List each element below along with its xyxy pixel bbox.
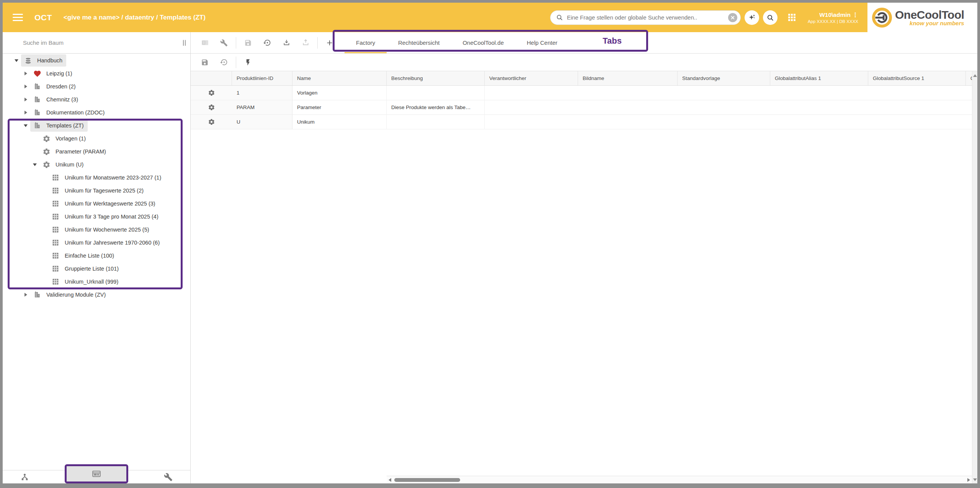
ai-assistant-button[interactable] <box>745 10 759 25</box>
download-icon <box>283 39 291 47</box>
column-header-bildname[interactable]: Bildname <box>578 71 678 85</box>
building-icon <box>33 290 42 299</box>
vertical-scrollbar[interactable] <box>972 71 977 483</box>
tree-item-unikum-monatswerte[interactable]: Unikum für Monatswerte 2023-2027 (1) <box>3 171 190 184</box>
hierarchy-view-button[interactable] <box>20 473 29 481</box>
row-settings-gear-icon[interactable] <box>208 118 215 126</box>
tree-item-handbuch[interactable]: Handbuch <box>3 54 190 67</box>
tree-item-unikum-3-tage[interactable]: Unikum für 3 Tage pro Monat 2025 (4) <box>3 210 190 223</box>
table-row[interactable]: PARAM Parameter Diese Produkte werden al… <box>191 100 977 115</box>
logo-text: OneCoolTool <box>895 8 964 21</box>
restore-grid-button[interactable] <box>214 54 234 71</box>
horizontal-scroll-thumb[interactable] <box>394 478 460 482</box>
layout-view-button[interactable] <box>65 464 128 483</box>
tree-item-unikum-jahreswerte[interactable]: Unikum für Jahreswerte 1970-2060 (6) <box>3 236 190 249</box>
chevron-right-icon[interactable] <box>21 111 30 114</box>
user-menu[interactable]: W10\admin <box>808 11 858 18</box>
chevron-right-icon[interactable] <box>21 72 30 75</box>
tree-item-unikum-urknall[interactable]: Unikum_Urknall (999) <box>3 275 190 288</box>
tree-item-dresden[interactable]: Dresden (2) <box>3 80 190 93</box>
sitemap-icon <box>20 473 29 481</box>
search-icon <box>556 14 563 21</box>
user-block: W10\admin App XXXX.XX | DB XXXX <box>808 11 858 24</box>
tree-item-leipzig[interactable]: Leipzig (1) <box>3 67 190 80</box>
tree-item-unikum-werktageswerte[interactable]: Unikum für Werktageswerte 2025 (3) <box>3 197 190 210</box>
clear-search-icon[interactable] <box>728 13 737 22</box>
tools-button[interactable] <box>164 473 173 481</box>
tree-item-chemnitz[interactable]: Chemnitz (3) <box>3 93 190 106</box>
column-header-standardvorlage[interactable]: Standardvorlage <box>678 71 770 85</box>
apps-grid-button[interactable] <box>787 13 796 22</box>
sidebar-resize-handle[interactable] <box>183 40 186 46</box>
restore-button[interactable] <box>258 34 277 51</box>
column-header-actions[interactable] <box>191 71 232 85</box>
gear-icon <box>42 134 51 143</box>
cell-name: Unikum <box>292 115 387 129</box>
tab-onecooltool-de[interactable]: OneCoolTool.de <box>451 32 515 53</box>
column-header-globalattributsource-1[interactable]: GlobalattributSource 1 <box>868 71 966 85</box>
cell-beschreibung: Diese Produkte werden als Tabe… <box>387 100 485 114</box>
chevron-down-icon[interactable] <box>12 59 21 62</box>
scroll-left-arrow[interactable] <box>389 478 391 482</box>
column-header-globalattributalias-1[interactable]: GlobalattributAlias 1 <box>770 71 868 85</box>
tree-item-unikum-wochenwerte[interactable]: Unikum für Wochenwerte 2025 (5) <box>3 223 190 236</box>
tree-item-templates[interactable]: Templates (ZT) <box>3 119 190 132</box>
tree-item-unikum-tageswerte[interactable]: Unikum für Tageswerte 2025 (2) <box>3 184 190 197</box>
tree-item-unikum[interactable]: Unikum (U) <box>3 158 190 171</box>
main-toolbar: Factory Rechteübersicht OneCoolTool.de H… <box>191 32 977 54</box>
chevron-down-icon[interactable] <box>21 124 30 127</box>
sidebar: Handbuch Leipzig (1) Dresden (2) Chemnit… <box>3 32 191 483</box>
tab-factory[interactable]: Factory <box>345 32 387 53</box>
column-header-beschreibung[interactable]: Beschreibung <box>387 71 485 85</box>
add-tab-button[interactable] <box>320 34 339 51</box>
tree-item-dokumentation[interactable]: Dokumentation (ZDOC) <box>3 106 190 119</box>
column-header-name[interactable]: Name <box>292 71 387 85</box>
row-settings-gear-icon[interactable] <box>208 104 215 111</box>
column-header-produktlinien-id[interactable]: Produktlinien-ID <box>232 71 292 85</box>
kebab-menu-icon[interactable] <box>852 12 858 18</box>
hamburger-menu-icon[interactable] <box>13 14 23 21</box>
table-row[interactable]: 1 Vorlagen <box>191 86 977 100</box>
tab-help-center[interactable]: Help Center <box>515 32 569 53</box>
scroll-right-arrow[interactable] <box>967 478 970 482</box>
chevron-right-icon[interactable] <box>21 293 30 297</box>
column-header-verantwortlicher[interactable]: Verantwortlicher <box>485 71 578 85</box>
save-button[interactable] <box>238 34 258 51</box>
table-grid-icon <box>51 238 60 247</box>
table-grid-icon <box>51 251 60 260</box>
table-grid-icon <box>51 186 60 195</box>
gear-icon <box>42 160 51 169</box>
tree-search-input[interactable] <box>23 39 177 46</box>
horizontal-scrollbar[interactable] <box>387 476 972 483</box>
tree-item-validierung-module[interactable]: Validierung Module (ZV) <box>3 288 190 301</box>
scroll-down-arrow[interactable] <box>973 478 977 481</box>
chevron-right-icon[interactable] <box>21 98 30 101</box>
table-grid-icon <box>51 264 60 273</box>
chevron-right-icon[interactable] <box>21 85 30 88</box>
search-submit-button[interactable] <box>763 10 777 25</box>
global-search-input[interactable] <box>567 14 728 21</box>
tree-item-einfache-liste[interactable]: Einfache Liste (100) <box>3 249 190 262</box>
row-settings-gear-icon[interactable] <box>208 89 215 96</box>
global-search[interactable] <box>550 10 741 25</box>
table-grid-icon <box>51 173 60 182</box>
scroll-up-arrow[interactable] <box>973 74 977 77</box>
sparkle-icon <box>748 13 756 22</box>
table-grid-icon <box>51 225 60 234</box>
configure-button[interactable] <box>214 34 234 51</box>
chevron-down-icon[interactable] <box>30 163 39 166</box>
tree-item-parameter[interactable]: Parameter (PARAM) <box>3 145 190 158</box>
table-row[interactable]: U Unikum <box>191 115 977 129</box>
search-icon <box>766 14 774 21</box>
building-icon <box>33 121 42 130</box>
tree-item-gruppierte-liste[interactable]: Gruppierte Liste (101) <box>3 262 190 275</box>
history-restore-icon <box>263 39 271 47</box>
flash-actions-button[interactable] <box>238 54 258 71</box>
download-button[interactable] <box>277 34 296 51</box>
tab-rechteuebersicht[interactable]: Rechteübersicht <box>387 32 451 53</box>
username: W10\admin <box>819 11 851 18</box>
save-grid-button[interactable] <box>195 54 214 71</box>
tree-item-vorlagen[interactable]: Vorlagen (1) <box>3 132 190 145</box>
upload-button[interactable] <box>296 34 315 51</box>
form-view-button[interactable] <box>195 34 214 51</box>
